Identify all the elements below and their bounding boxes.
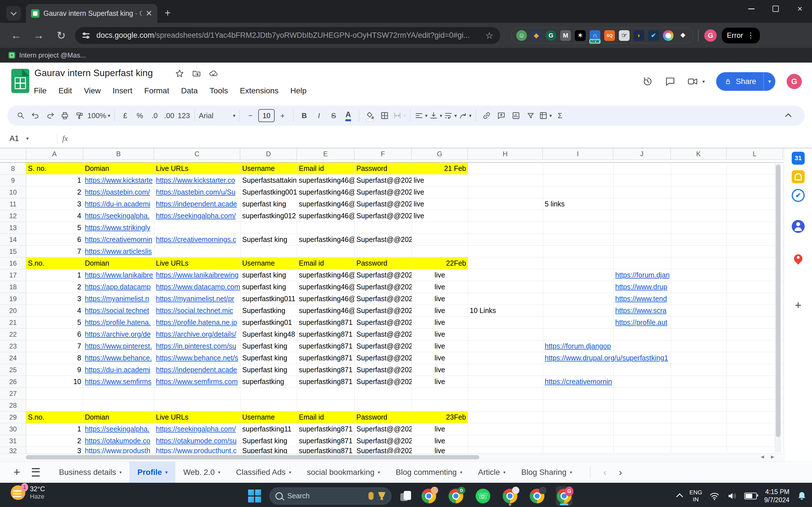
cell-C20[interactable]: https://social.technet.mic — [154, 305, 240, 317]
cell-F29[interactable]: Password — [355, 411, 412, 423]
cell-C15[interactable] — [154, 245, 240, 258]
font-select[interactable]: Arial▾ — [199, 108, 235, 123]
cell-D23[interactable]: Superfast king — [240, 340, 297, 352]
cell-A26[interactable]: 10 — [26, 376, 83, 388]
row-header-17[interactable]: 17 — [0, 269, 26, 281]
cell-F26[interactable]: Superfast@@202 — [355, 376, 412, 388]
sheet-nav-prev-button[interactable]: ‹ — [597, 467, 613, 478]
browser-profile-avatar[interactable]: G — [704, 29, 717, 42]
cell-B15[interactable]: https://www.articleslis — [83, 245, 154, 258]
column-header-E[interactable]: E — [297, 148, 354, 160]
cell-H14[interactable] — [468, 234, 543, 245]
cell-C11[interactable]: https://independent.acade — [154, 198, 240, 210]
cell-K30[interactable] — [671, 423, 727, 435]
wifi-icon[interactable] — [709, 491, 719, 501]
cell-A23[interactable]: 7 — [26, 340, 83, 352]
m-letter-icon[interactable]: M — [560, 30, 571, 41]
cell-C16[interactable]: Live URLs — [154, 258, 240, 269]
cell-I16[interactable] — [543, 258, 614, 269]
feather-black-icon[interactable]: ✶ — [575, 30, 586, 41]
cell-F25[interactable]: Superfast@@202 — [355, 364, 412, 376]
cell-I15[interactable] — [543, 245, 614, 258]
cell-I26[interactable]: https://creativemornin — [543, 376, 614, 388]
column-header-A[interactable]: A — [26, 148, 83, 160]
comment-history-icon[interactable] — [664, 76, 676, 87]
column-header-J[interactable]: J — [613, 148, 671, 160]
cell-I19[interactable] — [543, 293, 614, 305]
cell-H16[interactable] — [468, 258, 543, 269]
create-filter-button[interactable] — [524, 108, 537, 123]
cell-B17[interactable]: https://www.lanikaibre — [83, 269, 154, 281]
cell-I31[interactable] — [543, 435, 614, 447]
cell-G16[interactable]: 22Feb — [412, 258, 468, 269]
cell-E18[interactable]: superfastking46@ — [297, 281, 355, 293]
cell-C31[interactable]: https://otakumode.com/su — [154, 435, 240, 447]
cell-F21[interactable]: Superfast@@202 — [355, 317, 412, 329]
cell-A19[interactable]: 3 — [26, 293, 83, 305]
cell-F23[interactable]: Superfast@@202 — [355, 340, 412, 352]
cell-H21[interactable] — [468, 317, 543, 329]
cell-A13[interactable]: 5 — [26, 222, 83, 234]
cell-D26[interactable]: superfastking — [240, 376, 297, 388]
cell-B31[interactable]: https://otakumode.co — [83, 435, 154, 447]
vpn-lock-icon[interactable]: ∩NEW — [589, 30, 600, 41]
cell-F16[interactable]: Password — [355, 258, 412, 269]
chrome-profile-2-button[interactable] — [502, 486, 518, 506]
cell-B9[interactable]: https://www.kickstarte — [83, 175, 154, 186]
color-wheel-icon[interactable] — [663, 30, 674, 41]
cell-B14[interactable]: https://creativemornin — [83, 234, 154, 245]
cell-E8[interactable]: Email id — [297, 163, 355, 175]
cell-G12[interactable]: live — [412, 210, 468, 222]
tab-close-icon[interactable]: ✕ — [146, 10, 152, 17]
cell-D24[interactable]: Superfast king — [240, 352, 297, 364]
column-header-K[interactable]: K — [671, 148, 727, 160]
cell-D8[interactable]: Username — [240, 163, 297, 175]
share-dropdown[interactable]: ▾ — [763, 72, 775, 91]
cell-I28[interactable] — [543, 400, 614, 411]
cell-D11[interactable]: superfast king — [240, 198, 297, 210]
cell-H24[interactable] — [468, 352, 543, 364]
cell-J8[interactable] — [614, 163, 671, 175]
back-button[interactable]: ← — [10, 29, 22, 42]
cell-J14[interactable] — [614, 234, 671, 245]
cell-F13[interactable] — [355, 222, 412, 234]
column-header-I[interactable]: I — [543, 148, 613, 160]
merge-cells-button[interactable]: ▾ — [393, 108, 406, 123]
flame-icon[interactable]: ◗ — [634, 30, 644, 41]
cell-C24[interactable]: https://www.behance.net/s — [154, 352, 240, 364]
reload-button[interactable]: ↻ — [55, 29, 68, 42]
cell-K26[interactable] — [671, 376, 727, 388]
cell-D22[interactable]: Superfast king48 — [240, 329, 297, 340]
cell-J27[interactable] — [614, 388, 671, 400]
cell-D18[interactable]: superfast king — [240, 281, 297, 293]
grammarly-icon[interactable]: G — [545, 30, 556, 41]
cell-H8[interactable] — [468, 163, 543, 175]
bookmark-item[interactable]: Intern project @Mas... — [19, 51, 86, 59]
cell-A11[interactable]: 3 — [26, 198, 83, 210]
cell-E14[interactable]: superfastking46@ — [297, 234, 355, 245]
cell-I29[interactable] — [543, 411, 614, 423]
cell-D17[interactable]: superfast king — [240, 269, 297, 281]
document-title[interactable]: Gaurav intern Superfast king — [35, 68, 153, 78]
cell-J31[interactable] — [614, 435, 671, 447]
clock[interactable]: 4:15 PM9/7/2024 — [764, 488, 790, 504]
column-header-G[interactable]: G — [412, 148, 468, 160]
row-header-12[interactable]: 12 — [0, 210, 26, 222]
cell-I13[interactable] — [543, 222, 614, 234]
address-bar[interactable]: docs.google.com/spreadsheets/d/1Yac4bFRM… — [75, 27, 500, 44]
browser-tab[interactable]: Gaurav intern Superfast king - G ✕ — [26, 4, 157, 23]
cell-B26[interactable]: https://www.semfirms — [83, 376, 154, 388]
forward-button[interactable]: → — [32, 29, 45, 42]
cell-H15[interactable] — [468, 245, 543, 258]
vertical-scrollbar[interactable] — [775, 162, 781, 452]
row-header-9[interactable]: 9 — [0, 175, 26, 186]
cell-K13[interactable] — [671, 222, 727, 234]
cell-I18[interactable] — [543, 281, 614, 293]
cell-F14[interactable]: Superfast@@202 — [355, 234, 412, 245]
cell-D13[interactable] — [240, 222, 297, 234]
column-header-D[interactable]: D — [240, 148, 297, 160]
cell-H18[interactable] — [468, 281, 543, 293]
cell-K17[interactable] — [671, 269, 727, 281]
cell-B16[interactable]: Domian — [83, 258, 154, 269]
cell-F27[interactable] — [355, 388, 412, 400]
